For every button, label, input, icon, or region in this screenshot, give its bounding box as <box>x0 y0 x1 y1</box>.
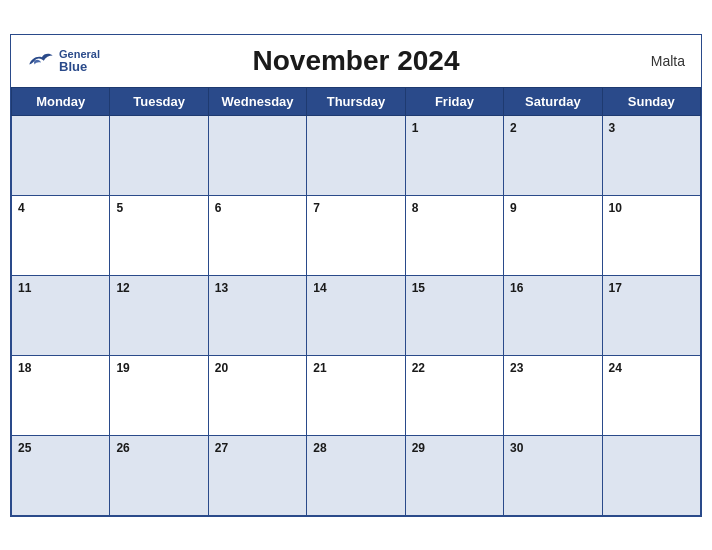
week-row-1: 45678910 <box>12 195 701 275</box>
calendar-cell: 17 <box>602 275 700 355</box>
calendar-cell <box>602 435 700 515</box>
day-number: 26 <box>116 441 129 455</box>
day-number: 7 <box>313 201 320 215</box>
day-number: 9 <box>510 201 517 215</box>
month-year-title: November 2024 <box>252 45 459 77</box>
day-number: 5 <box>116 201 123 215</box>
weekday-header-monday: Monday <box>12 87 110 115</box>
day-number: 28 <box>313 441 326 455</box>
calendar-cell <box>208 115 306 195</box>
calendar-cell: 24 <box>602 355 700 435</box>
calendar-cell: 9 <box>504 195 602 275</box>
day-number: 12 <box>116 281 129 295</box>
country-label: Malta <box>651 53 685 69</box>
day-number: 18 <box>18 361 31 375</box>
weekday-header-tuesday: Tuesday <box>110 87 208 115</box>
day-number: 2 <box>510 121 517 135</box>
day-number: 3 <box>609 121 616 135</box>
calendar-thead: MondayTuesdayWednesdayThursdayFridaySatu… <box>12 87 701 115</box>
week-row-0: 123 <box>12 115 701 195</box>
day-number: 8 <box>412 201 419 215</box>
calendar-cell <box>307 115 405 195</box>
day-number: 13 <box>215 281 228 295</box>
weekday-header-sunday: Sunday <box>602 87 700 115</box>
calendar-cell: 22 <box>405 355 503 435</box>
day-number: 11 <box>18 281 31 295</box>
calendar-cell: 15 <box>405 275 503 355</box>
day-number: 19 <box>116 361 129 375</box>
day-number: 24 <box>609 361 622 375</box>
calendar-cell: 26 <box>110 435 208 515</box>
calendar-cell: 5 <box>110 195 208 275</box>
calendar-cell: 18 <box>12 355 110 435</box>
calendar-cell: 29 <box>405 435 503 515</box>
calendar-cell: 8 <box>405 195 503 275</box>
calendar-tbody: 1234567891011121314151617181920212223242… <box>12 115 701 515</box>
day-number: 14 <box>313 281 326 295</box>
day-number: 22 <box>412 361 425 375</box>
calendar-cell: 28 <box>307 435 405 515</box>
calendar-cell: 23 <box>504 355 602 435</box>
weekday-header-thursday: Thursday <box>307 87 405 115</box>
calendar-table: MondayTuesdayWednesdayThursdayFridaySatu… <box>11 87 701 516</box>
day-number: 6 <box>215 201 222 215</box>
calendar-cell <box>12 115 110 195</box>
calendar-cell: 21 <box>307 355 405 435</box>
day-number: 29 <box>412 441 425 455</box>
week-row-3: 18192021222324 <box>12 355 701 435</box>
day-number: 4 <box>18 201 25 215</box>
calendar-cell <box>110 115 208 195</box>
calendar-cell: 25 <box>12 435 110 515</box>
day-number: 20 <box>215 361 228 375</box>
day-number: 21 <box>313 361 326 375</box>
calendar-cell: 6 <box>208 195 306 275</box>
calendar-cell: 7 <box>307 195 405 275</box>
calendar-header: General Blue November 2024 Malta <box>11 35 701 87</box>
calendar-cell: 10 <box>602 195 700 275</box>
day-number: 17 <box>609 281 622 295</box>
calendar: General Blue November 2024 Malta MondayT… <box>10 34 702 517</box>
day-number: 1 <box>412 121 419 135</box>
calendar-cell: 1 <box>405 115 503 195</box>
calendar-cell: 2 <box>504 115 602 195</box>
calendar-cell: 16 <box>504 275 602 355</box>
weekday-header-saturday: Saturday <box>504 87 602 115</box>
day-number: 10 <box>609 201 622 215</box>
logo-bird-icon <box>27 51 55 69</box>
calendar-cell: 20 <box>208 355 306 435</box>
calendar-cell: 27 <box>208 435 306 515</box>
day-number: 15 <box>412 281 425 295</box>
calendar-cell: 13 <box>208 275 306 355</box>
weekday-header-wednesday: Wednesday <box>208 87 306 115</box>
week-row-4: 252627282930 <box>12 435 701 515</box>
day-number: 23 <box>510 361 523 375</box>
calendar-cell: 3 <box>602 115 700 195</box>
calendar-cell: 11 <box>12 275 110 355</box>
weekday-header-row: MondayTuesdayWednesdayThursdayFridaySatu… <box>12 87 701 115</box>
week-row-2: 11121314151617 <box>12 275 701 355</box>
calendar-cell: 12 <box>110 275 208 355</box>
day-number: 16 <box>510 281 523 295</box>
day-number: 30 <box>510 441 523 455</box>
calendar-cell: 30 <box>504 435 602 515</box>
weekday-header-friday: Friday <box>405 87 503 115</box>
day-number: 27 <box>215 441 228 455</box>
day-number: 25 <box>18 441 31 455</box>
logo-text: General Blue <box>59 47 100 73</box>
calendar-cell: 14 <box>307 275 405 355</box>
logo-blue-text: Blue <box>59 59 87 73</box>
logo-area: General Blue <box>27 47 100 73</box>
calendar-cell: 4 <box>12 195 110 275</box>
calendar-cell: 19 <box>110 355 208 435</box>
